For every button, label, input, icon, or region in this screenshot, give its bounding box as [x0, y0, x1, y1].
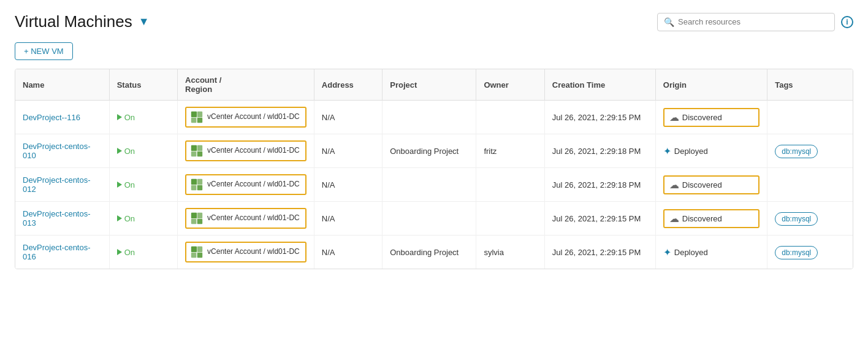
svg-rect-2	[197, 112, 202, 117]
tag-badge[interactable]: db:mysql	[775, 145, 818, 158]
vm-status-cell: On	[109, 168, 177, 202]
vm-name-link[interactable]: DevProject-centos-013	[23, 209, 91, 228]
vcenter-icon	[190, 144, 204, 158]
origin-discovered: ☁Discovered	[663, 108, 760, 127]
svg-rect-17	[197, 213, 202, 218]
table-row: DevProject-centos-013On vCenter Account …	[15, 202, 853, 236]
svg-rect-9	[197, 151, 202, 156]
vm-project-cell	[383, 168, 476, 202]
vm-origin-cell: ☁Discovered	[655, 168, 767, 202]
filter-icon[interactable]: ▼	[139, 15, 150, 28]
origin-label: Discovered	[682, 214, 722, 223]
vm-project-cell: Onboarding Project	[383, 236, 476, 269]
col-header-owner: Owner	[476, 69, 544, 101]
vm-origin-cell: ☁Discovered	[655, 202, 767, 236]
col-header-tags: Tags	[767, 69, 853, 101]
vm-tags-cell	[767, 101, 853, 134]
vm-status-cell: On	[109, 134, 177, 168]
vm-status-cell: On	[109, 236, 177, 269]
status-text: On	[124, 248, 135, 257]
tag-badge[interactable]: db:mysql	[775, 212, 818, 226]
vm-owner-cell: fritz	[476, 134, 544, 168]
cloud-icon: ☁	[669, 179, 679, 191]
vm-project-cell: Onboarding Project	[383, 134, 476, 168]
vm-name-cell: DevProject--116	[15, 101, 109, 134]
svg-rect-19	[197, 219, 202, 224]
vm-address-cell: N/A	[314, 134, 382, 168]
vm-creation-time-cell: Jul 26, 2021, 2:29:18 PM	[544, 168, 655, 202]
origin-deployed: ✦Deployed	[663, 247, 760, 258]
svg-rect-3	[191, 118, 196, 123]
origin-discovered: ☁Discovered	[663, 175, 760, 194]
vm-tags-cell: db:mysql	[767, 134, 853, 168]
table-row: DevProject-centos-012On vCenter Account …	[15, 168, 853, 202]
page-container: Virtual Machines ▼ 🔍 i + NEW VM Name Sta…	[0, 0, 868, 360]
account-text: vCenter Account / wld01-DC	[207, 180, 300, 190]
cloud-icon: ☁	[669, 112, 679, 123]
origin-label: Discovered	[682, 113, 722, 122]
status-text: On	[124, 113, 135, 122]
search-icon: 🔍	[664, 17, 674, 27]
table-header-row: Name Status Account /Region Address Proj…	[15, 69, 853, 101]
vm-tags-cell	[767, 168, 853, 202]
col-header-project: Project	[383, 69, 476, 101]
col-header-status: Status	[109, 69, 177, 101]
vm-creation-time-cell: Jul 26, 2021, 2:29:15 PM	[544, 202, 655, 236]
deployed-icon: ✦	[663, 247, 671, 258]
vcenter-icon	[190, 178, 204, 191]
table-row: DevProject-centos-016On vCenter Account …	[15, 236, 853, 269]
svg-rect-1	[191, 112, 197, 117]
vm-table-wrapper: Name Status Account /Region Address Proj…	[15, 69, 853, 269]
search-input[interactable]	[678, 17, 828, 26]
vm-address-cell: N/A	[314, 101, 382, 134]
play-icon	[117, 215, 122, 221]
svg-rect-11	[191, 179, 197, 185]
toolbar-row: + NEW VM	[15, 42, 853, 60]
svg-rect-24	[197, 253, 202, 258]
col-header-address: Address	[314, 69, 382, 101]
tag-badge[interactable]: db:mysql	[775, 246, 818, 259]
origin-discovered: ☁Discovered	[663, 209, 760, 228]
vm-name-cell: DevProject-centos-010	[15, 134, 109, 168]
vm-status-cell: On	[109, 202, 177, 236]
vm-address-cell: N/A	[314, 168, 382, 202]
vm-owner-cell	[476, 101, 544, 134]
vm-name-link[interactable]: DevProject--116	[23, 113, 80, 122]
vm-address-cell: N/A	[314, 236, 382, 269]
account-text: vCenter Account / wld01-DC	[207, 247, 300, 257]
vm-tags-cell: db:mysql	[767, 236, 853, 269]
svg-rect-16	[191, 213, 197, 218]
svg-rect-7	[197, 145, 202, 151]
vm-project-cell	[383, 101, 476, 134]
svg-rect-13	[191, 185, 196, 190]
vm-name-link[interactable]: DevProject-centos-012	[23, 175, 91, 194]
vm-origin-cell: ☁Discovered	[655, 101, 767, 134]
account-text: vCenter Account / wld01-DC	[207, 213, 300, 223]
origin-label: Discovered	[682, 180, 722, 190]
vm-tags-cell: db:mysql	[767, 202, 853, 236]
vm-name-cell: DevProject-centos-016	[15, 236, 109, 269]
vm-status-cell: On	[109, 101, 177, 134]
account-text: vCenter Account / wld01-DC	[207, 112, 300, 122]
search-area: 🔍 i	[657, 13, 853, 31]
vm-owner-cell: sylvia	[476, 236, 544, 269]
vm-account-cell: vCenter Account / wld01-DC	[178, 134, 314, 168]
svg-rect-22	[197, 247, 202, 252]
svg-rect-12	[197, 179, 202, 185]
play-icon	[117, 148, 122, 154]
status-text: On	[124, 214, 135, 223]
svg-rect-14	[197, 185, 202, 190]
deployed-icon: ✦	[663, 145, 671, 157]
svg-rect-4	[197, 118, 202, 123]
vm-account-cell: vCenter Account / wld01-DC	[178, 202, 314, 236]
vcenter-icon	[190, 245, 204, 259]
vm-account-cell: vCenter Account / wld01-DC	[178, 168, 314, 202]
new-vm-button[interactable]: + NEW VM	[15, 42, 73, 60]
vm-name-link[interactable]: DevProject-centos-010	[23, 142, 91, 160]
info-icon[interactable]: i	[841, 16, 853, 28]
table-row: DevProject-centos-010On vCenter Account …	[15, 134, 853, 168]
vm-account-cell: vCenter Account / wld01-DC	[178, 101, 314, 134]
vm-name-link[interactable]: DevProject-centos-016	[23, 243, 91, 261]
page-title: Virtual Machines	[15, 12, 132, 31]
col-header-account[interactable]: Account /Region	[178, 69, 314, 101]
